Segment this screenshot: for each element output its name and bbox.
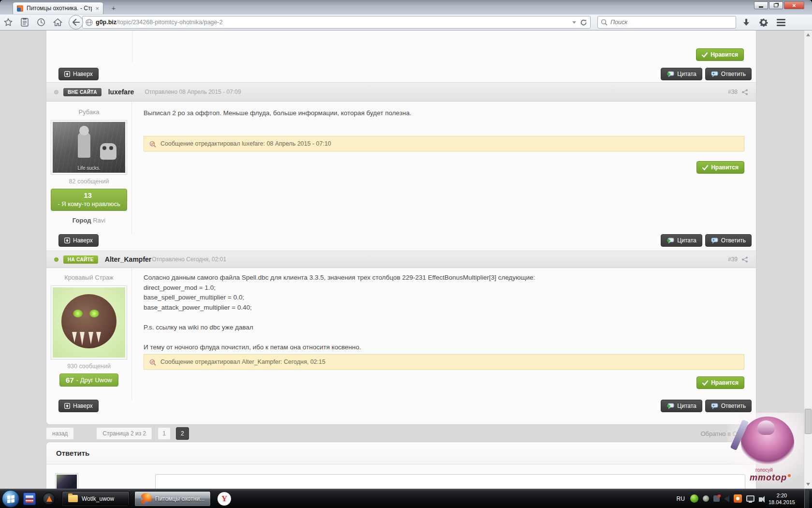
tray-media-icon[interactable] (724, 495, 729, 502)
edited-icon (149, 140, 157, 148)
post-count: 930 сообщений (46, 363, 131, 370)
url-text: g0p.biz/topic/234268-pitomtcy-ohotnika/p… (96, 19, 568, 26)
pagination-back-button[interactable]: назад (46, 427, 74, 440)
url-dropdown-icon[interactable] (572, 21, 576, 24)
reply-label: Ответить (721, 237, 746, 244)
like-button[interactable]: Нравится (696, 376, 744, 389)
back-button[interactable] (69, 15, 83, 30)
url-path: /topic/234268-pitomtcy-ohotnika/page-2 (116, 19, 223, 26)
avatar[interactable] (51, 285, 127, 359)
minimize-button[interactable] (754, 1, 768, 9)
history-clock-icon[interactable] (33, 16, 49, 29)
show-desktop-button[interactable] (804, 489, 809, 508)
banner-helmet (757, 420, 775, 435)
author-sidebar: Рубака Life sucks. 82 сообщений 13 - Я к… (46, 102, 132, 234)
mmotop-logo: mmotop (750, 473, 787, 483)
member-city: Город Ravi (46, 217, 131, 224)
avatar-image (53, 287, 125, 358)
post-number[interactable]: #38 (728, 89, 738, 95)
volume-icon[interactable] (759, 497, 762, 502)
close-button[interactable]: ✕ (784, 1, 804, 9)
reputation-badge[interactable]: 67 - Друг Uwow (59, 374, 118, 387)
post-header: ВНЕ САЙТА luxefare Отправлено 08 Апрель … (46, 82, 756, 102)
quote-button[interactable]: Цитата (661, 234, 702, 247)
post-number[interactable]: #39 (728, 256, 738, 263)
taskbar-window-firefox[interactable]: Питомцы охотни... (134, 491, 211, 507)
post-text (144, 313, 744, 323)
network-icon[interactable] (746, 495, 754, 502)
page-2-button[interactable]: 2 (176, 427, 189, 440)
post-actions-row: Наверх Цитата Ответить (46, 234, 756, 248)
quote-button[interactable]: Цитата (661, 400, 702, 412)
like-button[interactable]: Нравится (696, 161, 744, 174)
up-arrow-icon (64, 71, 70, 77)
tray-orange-app-icon[interactable] (734, 494, 742, 503)
quick-launch-app-icon[interactable] (23, 493, 36, 505)
bookmark-star-icon[interactable] (0, 16, 16, 29)
quote-bubble-icon (667, 403, 674, 409)
tray-status-ball-icon[interactable] (703, 495, 709, 502)
reply-button[interactable]: Ответить (705, 400, 752, 412)
check-icon (702, 165, 708, 170)
mmotop-banner[interactable]: голосуй mmotop (727, 413, 806, 489)
reply-button[interactable]: Ответить (705, 234, 752, 247)
clock-time: 2:20 (768, 492, 795, 499)
reputation-badge[interactable]: 13 - Я кому-то нравлюсь (51, 189, 127, 211)
post-text: P.s. ссылку на wiki по dbc уже давал (144, 323, 744, 333)
quote-bubble-icon (667, 238, 674, 244)
scroll-up-icon[interactable] (806, 33, 810, 36)
page-1-button[interactable]: 1 (158, 427, 171, 440)
avatar-image: Life sucks. (53, 122, 125, 173)
scrollbar-thumb[interactable] (805, 409, 812, 434)
avatar-figure (78, 133, 90, 158)
post-author[interactable]: luxefare (108, 88, 134, 96)
like-label: Нравится (710, 51, 738, 58)
tray-usb-icon[interactable] (713, 495, 720, 502)
restore-button[interactable] (769, 1, 783, 9)
avatar-caption: Life sucks. (53, 165, 125, 171)
quote-label: Цитата (677, 71, 696, 77)
reload-icon[interactable] (580, 19, 587, 26)
reputation-value: 13 (84, 191, 92, 200)
antivirus-icon[interactable] (43, 493, 55, 505)
tab-close-icon[interactable]: × (95, 5, 99, 12)
tray-green-ball-icon[interactable] (690, 494, 698, 503)
avatar[interactable]: Life sucks. (51, 120, 127, 175)
language-indicator[interactable]: RU (677, 495, 685, 502)
post-count: 82 сообщений (46, 178, 131, 185)
like-button[interactable]: Нравится (696, 48, 744, 61)
page-scrollbar[interactable] (804, 30, 812, 489)
browser-tab[interactable]: Питомцы охотника. - Стр... × (13, 2, 103, 14)
back-to-top-button[interactable]: Наверх (58, 234, 99, 247)
edit-note: Сообщение отредактировал Alter_Kampfer: … (144, 354, 744, 370)
share-icon[interactable] (741, 256, 748, 263)
check-icon (702, 380, 708, 386)
yandex-browser-icon[interactable]: Y (218, 492, 231, 506)
new-tab-button[interactable]: + (107, 4, 120, 13)
reply-button[interactable]: Ответить (705, 68, 752, 80)
taskbar-window-explorer[interactable]: Wotlk_uwow (62, 491, 130, 507)
home-icon[interactable] (49, 16, 66, 29)
quote-button[interactable]: Цитата (661, 68, 702, 80)
settings-button[interactable] (756, 16, 771, 29)
page-info-button[interactable]: Страница 2 из 2 (96, 427, 152, 440)
search-box[interactable] (597, 16, 736, 29)
share-icon[interactable] (741, 89, 748, 95)
search-input[interactable] (610, 19, 733, 26)
back-to-top-button[interactable]: Наверх (58, 68, 99, 80)
taskbar-clock[interactable]: 2:20 18.04.2015 (768, 492, 795, 506)
bookmarks-panel-icon[interactable] (16, 16, 33, 29)
start-button[interactable] (2, 490, 19, 508)
menu-button[interactable] (774, 16, 788, 29)
avatar-eye (89, 310, 99, 317)
edit-note: Сообщение отредактировал luxefare: 08 Ап… (144, 136, 744, 151)
post-text: Соласно данным самого файла Spell.dbc дл… (144, 273, 744, 283)
banner-vote-label: голосуй (755, 467, 773, 473)
back-to-top-button[interactable]: Наверх (58, 400, 99, 412)
post-header: НА САЙТЕ Alter_Kampfer Отправлено Сегодн… (46, 251, 756, 268)
reply-editor[interactable] (155, 474, 745, 489)
scroll-down-icon[interactable] (806, 483, 810, 486)
post-author[interactable]: Alter_Kampfer (105, 255, 151, 263)
downloads-button[interactable] (739, 16, 754, 29)
url-bar[interactable]: g0p.biz/topic/234268-pitomtcy-ohotnika/p… (82, 16, 591, 29)
